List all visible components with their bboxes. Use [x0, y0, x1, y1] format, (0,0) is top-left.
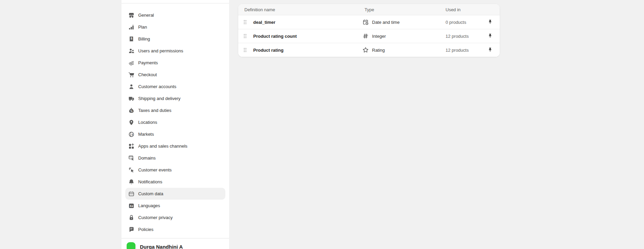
sidebar-item-customer-accounts[interactable]: Customer accounts: [125, 81, 225, 93]
definitions-table-header: Definition name Type Used in: [238, 4, 500, 15]
column-header-used-in: Used in: [446, 7, 481, 12]
sidebar-item-label: Markets: [138, 132, 154, 137]
sidebar-item-label: Plan: [138, 24, 147, 30]
drag-handle-icon[interactable]: [243, 19, 247, 26]
sidebar-item-label: Payments: [138, 60, 158, 65]
svg-text:$: $: [131, 37, 132, 40]
users-icon: [128, 48, 135, 54]
sidebar-item-markets[interactable]: $ Markets: [125, 128, 225, 140]
sidebar-item-customer-events[interactable]: Customer events: [125, 164, 225, 176]
cart-icon: [128, 71, 135, 78]
payments-icon: [128, 60, 135, 66]
pin-button[interactable]: [485, 17, 495, 27]
sidebar-item-customer-privacy[interactable]: Customer privacy: [125, 212, 225, 223]
pin-button[interactable]: [485, 45, 495, 55]
user-section-divider: [122, 238, 229, 238]
definition-name: Product rating count: [253, 34, 297, 39]
custom-data-icon: [128, 190, 135, 197]
definition-type: Date and time: [372, 20, 400, 25]
sidebar-item-label: Users and permissions: [138, 48, 183, 53]
sidebar-item-label: Billing: [138, 36, 150, 42]
sidebar-item-checkout[interactable]: Checkout: [125, 69, 225, 81]
apps-icon: [128, 143, 135, 150]
sidebar-item-policies[interactable]: Policies: [125, 223, 225, 235]
used-in-count: 0 products: [446, 20, 466, 25]
sidebar-item-label: Shipping and delivery: [138, 96, 180, 101]
sidebar-item-label: Taxes and duties: [138, 108, 172, 113]
sidebar-item-label: Checkout: [138, 72, 157, 77]
definition-row[interactable]: Product rating Rating 12 products: [238, 43, 500, 57]
sidebar-item-payments[interactable]: Payments: [125, 57, 225, 69]
definition-row[interactable]: deal_timer Date and time 0 products: [238, 15, 500, 29]
sidebar-item-languages[interactable]: A Languages: [125, 200, 225, 212]
sidebar-item-billing[interactable]: $ Billing: [125, 33, 225, 45]
definition-type: Rating: [372, 48, 385, 53]
definition-name: deal_timer: [253, 20, 275, 25]
definition-name: Product rating: [253, 48, 284, 53]
sidebar-item-label: Locations: [138, 120, 157, 125]
sidebar-item-users-and-permissions[interactable]: Users and permissions: [125, 45, 225, 57]
sidebar-item-label: Customer accounts: [138, 84, 176, 89]
used-in-count: 12 products: [446, 34, 469, 39]
sidebar-item-label: Languages: [138, 203, 160, 208]
drag-handle-icon[interactable]: [243, 47, 247, 53]
settings-sidebar: General Plan $ Billing Users and permiss…: [122, 0, 229, 249]
sidebar-item-custom-data[interactable]: Custom data: [125, 188, 225, 200]
bell-icon: [128, 179, 135, 185]
markets-icon: $: [128, 131, 135, 138]
column-header-definition-name: Definition name: [238, 7, 362, 12]
sidebar-item-label: Apps and sales channels: [138, 144, 188, 149]
sidebar-top-divider: [122, 3, 229, 3]
column-header-type: Type: [362, 7, 446, 12]
sidebar-item-plan[interactable]: Plan: [125, 21, 225, 33]
svg-text:%: %: [130, 110, 133, 112]
sidebar-item-label: Customer events: [138, 167, 172, 172]
sidebar-item-label: Custom data: [138, 191, 163, 196]
sidebar-item-locations[interactable]: Locations: [125, 116, 225, 128]
taxes-icon: %: [128, 107, 135, 114]
calendar-clock-icon: [362, 19, 369, 26]
settings-nav: General Plan $ Billing Users and permiss…: [122, 9, 229, 235]
sidebar-item-label: Notifications: [138, 179, 162, 184]
truck-icon: [128, 95, 135, 102]
plan-icon: [128, 24, 135, 31]
lock-icon: [128, 214, 135, 221]
sidebar-item-domains[interactable]: Domains: [125, 152, 225, 164]
billing-icon: $: [128, 36, 135, 43]
person-icon: [128, 83, 135, 90]
sidebar-item-label: General: [138, 13, 154, 18]
sidebar-item-general[interactable]: General: [125, 9, 225, 21]
definitions-table-body: deal_timer Date and time 0 products Prod…: [238, 15, 500, 57]
sidebar-item-shipping-and-delivery[interactable]: Shipping and delivery: [125, 93, 225, 104]
pin-button[interactable]: [485, 31, 495, 41]
settings-page: { "colors": { "page_bg": "#f1f1f1", "pan…: [0, 0, 644, 249]
sidebar-item-label: Customer privacy: [138, 215, 173, 220]
storefront-icon: [128, 12, 135, 19]
user-menu-item[interactable]: Durga Nandhini A: [127, 242, 183, 249]
events-icon: [128, 167, 135, 173]
languages-icon: A: [128, 202, 135, 209]
domains-icon: [128, 155, 135, 162]
sidebar-item-label: Domains: [138, 155, 156, 161]
svg-text:A: A: [130, 204, 132, 207]
sidebar-item-label: Policies: [138, 227, 154, 232]
star-icon: [362, 47, 369, 53]
definition-row[interactable]: Product rating count Integer 12 products: [238, 29, 500, 43]
sidebar-item-notifications[interactable]: Notifications: [125, 176, 225, 188]
definition-type: Integer: [372, 34, 386, 39]
sidebar-item-taxes-and-duties[interactable]: % Taxes and duties: [125, 104, 225, 116]
user-avatar: [127, 242, 135, 249]
user-name: Durga Nandhini A: [140, 244, 183, 249]
metafield-definitions-card: Definition name Type Used in deal_timer …: [238, 4, 500, 57]
location-icon: [128, 119, 135, 126]
used-in-count: 12 products: [446, 48, 469, 53]
drag-handle-icon[interactable]: [243, 33, 247, 39]
policies-icon: [128, 226, 135, 233]
sidebar-item-apps-and-sales-channels[interactable]: Apps and sales channels: [125, 140, 225, 152]
hash-icon: [362, 33, 369, 39]
